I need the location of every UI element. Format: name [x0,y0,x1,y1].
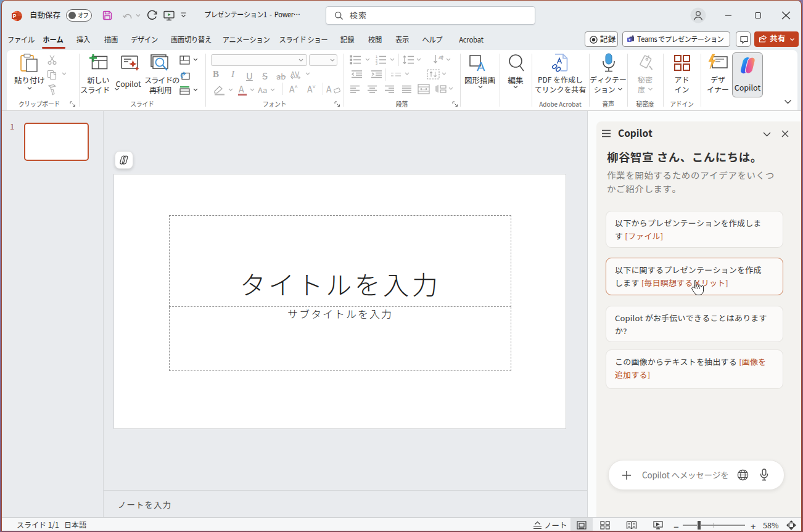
svg-text:A: A [477,60,485,73]
svg-text:P: P [13,13,17,19]
